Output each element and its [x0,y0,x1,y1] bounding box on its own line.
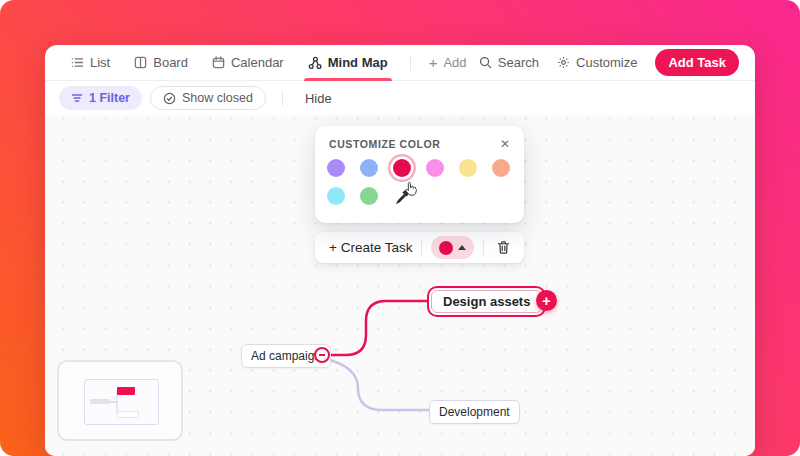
add-view-button[interactable]: + Add [423,55,473,70]
board-icon [134,56,147,69]
show-closed-pill[interactable]: Show closed [150,86,266,110]
minimap-node-selected [117,387,135,395]
add-child-node-button[interactable]: + [536,290,557,311]
customize-color-popup: CUSTOMIZE COLOR ✕ [315,126,524,223]
color-swatch[interactable] [393,159,411,177]
filter-pill[interactable]: 1 Filter [59,86,142,110]
node-label: Design assets [431,290,542,313]
list-icon [71,56,84,69]
color-swatch[interactable] [426,159,444,177]
search-button[interactable]: Search [479,55,539,70]
color-swatch[interactable] [360,187,378,205]
filter-icon [71,92,83,104]
eyedropper-icon[interactable] [393,187,411,205]
caret-up-icon [458,245,466,250]
tab-mind-map[interactable]: Mind Map [298,45,398,81]
tab-label: List [90,55,110,70]
create-task-button[interactable]: + Create Task [329,240,412,255]
collapse-toggle[interactable] [314,347,330,363]
show-closed-label: Show closed [182,91,253,105]
mind-map-canvas[interactable]: CUSTOMIZE COLOR ✕ + Create Task [45,115,755,456]
tab-label: Board [153,55,188,70]
plus-icon: + [429,55,438,70]
color-swatch[interactable] [492,159,510,177]
close-icon[interactable]: ✕ [500,138,510,150]
toolbar-separator [410,55,411,71]
selected-color-dot [439,241,453,255]
bar-separator [421,239,422,257]
customize-label: Customize [576,55,637,70]
gradient-background: List Board Calendar Mind Map + Add [0,0,800,456]
minimap-node-root [90,399,110,404]
add-view-label: Add [443,55,466,70]
app-window: List Board Calendar Mind Map + Add [45,45,755,456]
swatch-grid [327,159,512,205]
mind-map-icon [308,56,322,70]
connector-development [326,359,429,410]
delete-button[interactable] [493,237,514,259]
bar-separator [483,239,484,257]
customize-button[interactable]: Customize [557,55,637,70]
search-label: Search [498,55,539,70]
tab-board[interactable]: Board [124,45,198,81]
minimap[interactable] [57,360,183,441]
gear-icon [557,56,570,69]
color-swatch[interactable] [327,159,345,177]
color-swatch[interactable] [459,159,477,177]
node-development[interactable]: Development [429,400,520,424]
node-design-assets[interactable]: Design assets [427,286,546,317]
toolbar-actions: Search Customize Add Task [479,49,739,76]
color-picker-button[interactable] [431,236,474,259]
node-action-toolbar: + Create Task [315,232,524,263]
trash-icon [496,240,511,255]
tab-list[interactable]: List [61,45,120,81]
filter-separator [282,90,283,106]
calendar-icon [212,56,225,69]
tab-calendar[interactable]: Calendar [202,45,294,81]
tab-label: Mind Map [328,55,388,70]
color-swatch[interactable] [327,187,345,205]
view-tabs: List Board Calendar Mind Map + Add [61,45,479,81]
tab-label: Calendar [231,55,284,70]
color-swatch[interactable] [360,159,378,177]
check-circle-icon [163,92,176,105]
add-task-button[interactable]: Add Task [655,49,739,76]
view-toolbar: List Board Calendar Mind Map + Add [45,45,755,81]
search-icon [479,56,492,69]
hide-button[interactable]: Hide [299,91,338,106]
filter-bar: 1 Filter Show closed Hide [45,81,755,115]
filter-label: 1 Filter [89,91,130,105]
popup-title: CUSTOMIZE COLOR [329,138,440,150]
minimap-node-dev [117,411,139,418]
